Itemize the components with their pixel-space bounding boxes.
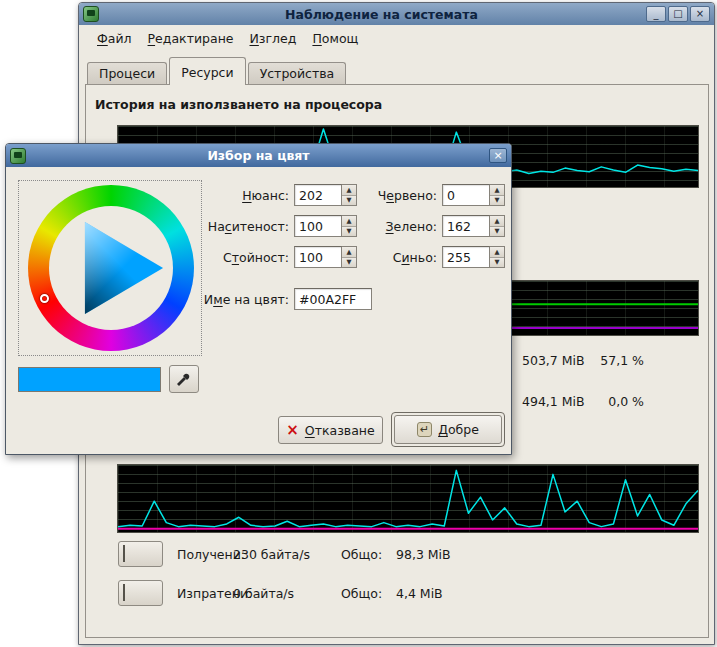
value-input[interactable]	[294, 246, 342, 268]
sent-total: 4,4 MiB	[396, 586, 443, 601]
blue-label: Синьо:	[347, 250, 437, 265]
menu-view[interactable]: Изглед	[242, 28, 305, 49]
received-rate: 230 байта/s	[233, 547, 310, 562]
menubar: Файл Редактиране Изглед Помощ	[89, 28, 366, 49]
sent-legend-row: Изпратени: 0 байта/s Общо: 4,4 MiB	[118, 580, 700, 606]
green-input[interactable]	[442, 215, 490, 237]
cpu-history-heading: История на използването на процесора	[95, 97, 382, 112]
ok-enter-icon: ↵	[417, 422, 432, 437]
color-preview-frame	[18, 367, 161, 392]
red-input[interactable]	[442, 184, 490, 206]
blue-up-icon[interactable]: ▲	[490, 247, 504, 257]
sent-total-label: Общо:	[341, 586, 382, 601]
cancel-x-icon: ×	[286, 423, 299, 438]
desktop: Наблюдение на системата _ □ × Файл Редак…	[0, 0, 717, 647]
dialog-icon	[10, 148, 26, 164]
color-name-label: Име на цвят:	[199, 292, 289, 307]
received-color-button[interactable]	[118, 541, 163, 567]
blue-spinner: ▲▼	[442, 246, 505, 268]
color-preview-swatch	[19, 368, 160, 391]
red-down-icon[interactable]: ▼	[490, 195, 504, 206]
cancel-label: Отказване	[305, 423, 375, 438]
blue-input[interactable]	[442, 246, 490, 268]
memory-usage-row: 503,7 MiB 57,1 %	[522, 353, 644, 368]
tab-processes[interactable]: Процеси	[87, 62, 167, 85]
swap-usage-row: 494,1 MiB 0,0 %	[522, 394, 644, 409]
red-up-icon[interactable]: ▲	[490, 185, 504, 195]
swap-percent: 0,0 %	[608, 394, 644, 409]
ok-label: Добре	[438, 422, 479, 437]
color-picker-dialog: Избор на цвят × Нюанс: ▲▼ Наситеност:	[5, 143, 512, 455]
red-label: Червено:	[347, 188, 437, 203]
value-label: Стойност:	[199, 250, 289, 265]
main-titlebar[interactable]: Наблюдение на системата _ □ ×	[79, 3, 714, 25]
sent-rate: 0 байта/s	[233, 586, 294, 601]
hue-label: Нюанс:	[199, 188, 289, 203]
sent-color-button[interactable]	[118, 580, 163, 606]
system-monitor-icon	[83, 6, 99, 22]
swap-amount: 494,1 MiB	[522, 394, 585, 409]
color-name-input[interactable]	[294, 288, 372, 310]
dialog-title: Избор на цвят	[36, 148, 481, 163]
hue-selector[interactable]	[40, 294, 49, 303]
received-total: 98,3 MiB	[396, 547, 451, 562]
maximize-button[interactable]: □	[668, 6, 688, 22]
saturation-label: Наситеност:	[199, 219, 289, 234]
network-history-chart	[117, 464, 699, 533]
memory-amount: 503,7 MiB	[522, 353, 585, 368]
minimize-button[interactable]: _	[646, 6, 666, 22]
color-wheel-frame	[18, 180, 202, 356]
menu-help[interactable]: Помощ	[304, 28, 366, 49]
red-spinner: ▲▼	[442, 184, 505, 206]
ok-button[interactable]: ↵ Добре	[394, 415, 502, 444]
saturation-input[interactable]	[294, 215, 342, 237]
dialog-close-button[interactable]: ×	[489, 148, 507, 163]
green-label: Зелено:	[347, 219, 437, 234]
eyedropper-icon	[176, 371, 192, 387]
menu-file[interactable]: Файл	[89, 28, 140, 49]
tab-devices[interactable]: Устройства	[248, 62, 347, 85]
green-up-icon[interactable]: ▲	[490, 216, 504, 226]
menu-edit[interactable]: Редактиране	[140, 28, 242, 49]
hue-input[interactable]	[294, 184, 342, 206]
hue-ring[interactable]	[28, 185, 194, 351]
received-legend-row: Получени: 230 байта/s Общо: 98,3 MiB	[118, 541, 700, 567]
notebook-tabs: Процеси Ресурси Устройства	[87, 57, 348, 85]
tab-resources[interactable]: Ресурси	[169, 57, 245, 85]
blue-down-icon[interactable]: ▼	[490, 257, 504, 268]
window-title: Наблюдение на системата	[119, 7, 644, 22]
green-spinner: ▲▼	[442, 215, 505, 237]
received-line	[118, 470, 698, 526]
memory-percent: 57,1 %	[600, 353, 644, 368]
close-button[interactable]: ×	[690, 6, 710, 22]
dialog-titlebar[interactable]: Избор на цвят ×	[6, 144, 511, 167]
received-color-swatch	[123, 545, 125, 562]
received-total-label: Общо:	[341, 547, 382, 562]
ok-default-ring: ↵ Добре	[391, 412, 505, 447]
cancel-button[interactable]: × Отказване	[278, 416, 383, 444]
window-controls: _ □ ×	[646, 6, 710, 22]
eyedropper-button[interactable]	[169, 365, 199, 393]
sent-color-swatch	[123, 584, 125, 601]
green-down-icon[interactable]: ▼	[490, 226, 504, 237]
